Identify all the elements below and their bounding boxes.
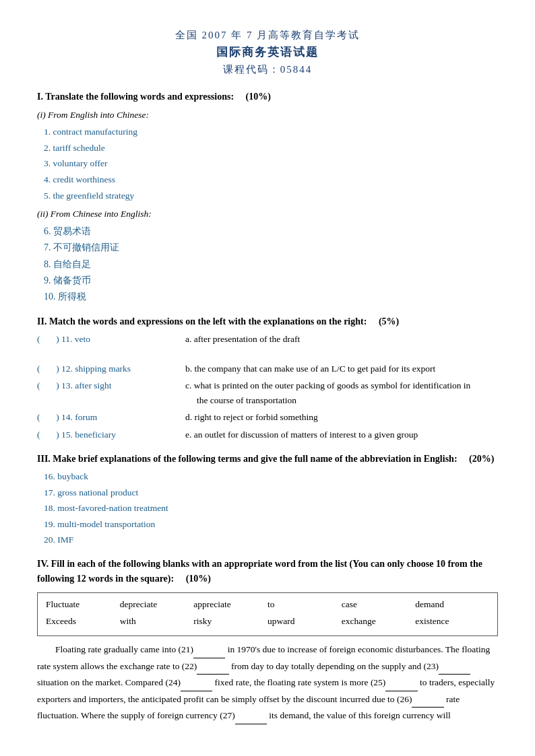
- word-2: depreciate: [120, 597, 194, 612]
- list-item-6: 6. 贸易术语: [44, 224, 498, 239]
- match-left-12: 12. shipping marks: [61, 364, 131, 374]
- word-6: demand: [415, 597, 489, 612]
- match-row-11: ( ) 11. veto a. after presentation of th…: [37, 332, 498, 347]
- match-right-13: c. what is printed on the outer packing …: [185, 378, 498, 407]
- blank-21: [193, 642, 225, 658]
- header-line3: 课程代码：05844: [37, 61, 498, 77]
- word-3: appreciate: [193, 597, 268, 612]
- match-right-12: b. the company that can make use of an L…: [185, 362, 498, 376]
- list-item-10: 10. 所得税: [44, 289, 498, 304]
- match-right-15: e. an outlet for discussion of matters o…: [185, 427, 498, 442]
- match-row-14: ( ) 14. forum d. right to reject or forb…: [37, 410, 498, 425]
- section-2: II. Match the words and expressions on t…: [37, 314, 498, 442]
- section-1-sub1: (i) From English into Chinese:: [37, 108, 498, 123]
- list-item-2: 2. tariff schedule: [44, 141, 498, 156]
- header-line2: 国际商务英语试题: [37, 43, 498, 61]
- list-item-7: 7. 不可撤销信用证: [44, 240, 498, 255]
- list-item-5: 5. the greenfield strategy: [44, 188, 498, 203]
- word-8: with: [120, 614, 194, 629]
- match-left-15: 15. beneficiary: [61, 429, 116, 440]
- match-right-11: a. after presentation of the draft: [185, 332, 498, 347]
- section-3-item-20: 20. IMF: [44, 532, 498, 547]
- word-5: case: [342, 597, 416, 612]
- blank-23: [439, 658, 470, 675]
- word-7: Exceeds: [46, 614, 120, 629]
- word-11: exchange: [342, 614, 416, 629]
- word-box-row-2: Exceeds with risky upward exchange exist…: [46, 614, 489, 629]
- list-item-8: 8. 自给自足: [44, 257, 498, 272]
- word-box-row-1: Fluctuate depreciate appreciate to case …: [46, 597, 489, 612]
- match-left-14: 14. forum: [61, 412, 97, 422]
- blank-26: [412, 691, 443, 708]
- section-3-item-18: 18. most-favored-nation treatment: [44, 501, 498, 516]
- word-box: Fluctuate depreciate appreciate to case …: [37, 592, 498, 636]
- page-header: 全国 2007 年 7 月高等教育自学考试 国际商务英语试题 课程代码：0584…: [37, 27, 498, 77]
- passage-text: Floating rate gradually came into (21) i…: [37, 642, 498, 724]
- word-10: upward: [268, 614, 342, 629]
- match-row-12: ( ) 12. shipping marks b. the company th…: [37, 362, 498, 376]
- section-1-sub2: (ii) From Chinese into English:: [37, 207, 498, 221]
- word-9: risky: [193, 614, 268, 629]
- section-1-title: I. Translate the following words and exp…: [37, 90, 498, 104]
- section-3: III. Make brief explanations of the foll…: [37, 452, 498, 547]
- list-item-4: 4. credit worthiness: [44, 172, 498, 187]
- match-row-15: ( ) 15. beneficiary e. an outlet for dis…: [37, 427, 498, 442]
- section-3-item-16: 16. buyback: [44, 469, 498, 484]
- section-1: I. Translate the following words and exp…: [37, 90, 498, 305]
- list-item-9: 9. 储备货币: [44, 273, 498, 288]
- blank-25: [385, 675, 417, 691]
- word-1: Fluctuate: [46, 597, 120, 612]
- section-4: IV. Fill in each of the following blanks…: [37, 557, 498, 724]
- section-3-item-17: 17. gross national product: [44, 485, 498, 500]
- match-row-13: ( ) 13. after sight c. what is printed o…: [37, 378, 498, 407]
- blank-22: [197, 658, 228, 675]
- match-right-14: d. right to reject or forbid something: [185, 410, 498, 425]
- word-12: existence: [415, 614, 489, 629]
- word-4: to: [268, 597, 342, 612]
- blank-24: [181, 675, 212, 691]
- list-item-1: 1. contract manufacturing: [44, 125, 498, 139]
- section-3-title: III. Make brief explanations of the foll…: [37, 452, 498, 467]
- header-line1: 全国 2007 年 7 月高等教育自学考试: [37, 27, 498, 43]
- blank-27: [235, 708, 267, 724]
- section-2-title: II. Match the words and expressions on t…: [37, 314, 498, 329]
- match-left-11: 11. veto: [61, 334, 90, 344]
- section-3-item-19: 19. multi-model transportation: [44, 517, 498, 532]
- section-4-title: IV. Fill in each of the following blanks…: [37, 557, 498, 587]
- list-item-3: 3. voluntary offer: [44, 156, 498, 171]
- match-left-13: 13. after sight: [61, 380, 112, 390]
